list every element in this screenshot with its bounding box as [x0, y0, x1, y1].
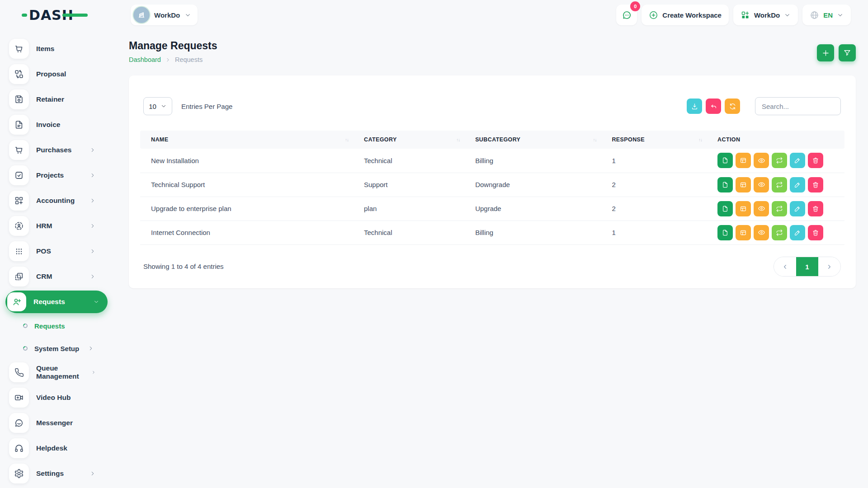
chevron-right-icon — [88, 345, 94, 352]
sort-icon[interactable]: ↑↓ — [698, 137, 707, 142]
sidebar-subitem-requests[interactable]: Requests — [5, 314, 108, 337]
cell-name: New Installation — [140, 149, 359, 173]
add-request-button[interactable] — [817, 44, 834, 61]
sidebar-item-requests[interactable]: Requests — [5, 291, 108, 313]
sort-icon[interactable]: ↑↓ — [456, 137, 464, 142]
sidebar-subitem-system-setup[interactable]: System Setup — [5, 337, 108, 360]
column-header-response[interactable]: RESPONSE↑↓ — [606, 131, 712, 149]
floppy-icon — [9, 89, 29, 109]
cart-icon — [9, 39, 29, 59]
entries-per-page-label: Entries Per Page — [181, 103, 232, 110]
file-action-button[interactable] — [717, 225, 733, 240]
table-action-button[interactable] — [736, 225, 751, 240]
edit-action-button[interactable] — [790, 225, 805, 240]
eye-icon — [758, 181, 765, 188]
sort-icon[interactable]: ↑↓ — [345, 137, 353, 142]
delete-action-button[interactable] — [808, 201, 823, 216]
convert-action-button[interactable] — [772, 201, 787, 216]
column-header-name[interactable]: NAME↑↓ — [140, 131, 359, 149]
edit-action-button[interactable] — [790, 153, 805, 168]
column-header-subcategory[interactable]: SUBCATEGORY↑↓ — [470, 131, 606, 149]
cell-subcategory: Billing — [470, 149, 606, 173]
repeat-icon — [776, 205, 783, 212]
edit-action-button[interactable] — [790, 201, 805, 216]
column-header-category[interactable]: CATEGORY↑↓ — [359, 131, 470, 149]
file-action-button[interactable] — [717, 153, 733, 168]
sidebar-item-items[interactable]: Items — [5, 36, 108, 61]
sidebar-item-messenger[interactable]: Messenger — [5, 410, 108, 436]
sidebar-item-helpdesk[interactable]: Helpdesk — [5, 436, 108, 461]
sidebar-item-crm[interactable]: CRM — [5, 264, 108, 289]
convert-action-button[interactable] — [772, 153, 787, 168]
delete-action-button[interactable] — [808, 225, 823, 240]
app-menu-label: WorkDo — [754, 11, 780, 19]
filter-button[interactable] — [839, 44, 856, 61]
prev-page-button[interactable] — [774, 257, 796, 277]
breadcrumb-dashboard-link[interactable]: Dashboard — [129, 56, 161, 63]
create-workspace-button[interactable]: Create Workspace — [642, 5, 729, 25]
view-action-button[interactable] — [754, 177, 769, 192]
sidebar-item-purchases[interactable]: Purchases — [5, 137, 108, 163]
view-action-button[interactable] — [754, 201, 769, 216]
sidebar-item-invoice[interactable]: Invoice — [5, 112, 108, 137]
file-icon — [722, 181, 729, 188]
chevron-right-icon — [90, 172, 96, 178]
delete-action-button[interactable] — [808, 153, 823, 168]
chevron-right-icon — [90, 248, 96, 254]
view-action-button[interactable] — [754, 153, 769, 168]
download-icon — [691, 103, 698, 110]
eye-icon — [758, 157, 765, 164]
edit-action-button[interactable] — [790, 177, 805, 192]
convert-action-button[interactable] — [772, 225, 787, 240]
brand-logo[interactable]: DASH — [29, 7, 88, 23]
table-action-button[interactable] — [736, 177, 751, 192]
language-selector[interactable]: EN — [802, 5, 851, 25]
sidebar-item-settings[interactable]: Settings — [5, 461, 108, 486]
app-menu-button[interactable]: WorkDo — [733, 5, 798, 25]
sidebar-item-accounting[interactable]: Accounting — [5, 188, 108, 213]
sidebar-item-hrm[interactable]: HRM — [5, 213, 108, 239]
trash-icon — [812, 181, 819, 188]
next-page-button[interactable] — [818, 257, 840, 277]
sidebar-item-queue-management[interactable]: Queue Management — [5, 360, 108, 385]
table-action-button[interactable] — [736, 201, 751, 216]
sidebar: Items Proposal Retainer Invoice Purchase… — [0, 30, 108, 488]
globe-icon — [810, 10, 819, 20]
check-square-icon — [9, 165, 29, 185]
workspace-name: WorkDo — [154, 11, 180, 19]
delete-action-button[interactable] — [808, 177, 823, 192]
chevron-left-icon — [782, 263, 788, 270]
sidebar-item-proposal[interactable]: Proposal — [5, 61, 108, 87]
table-row: New Installation Technical Billing 1 — [140, 149, 844, 173]
breadcrumb: Dashboard Requests — [129, 56, 217, 63]
sidebar-item-projects[interactable]: Projects — [5, 163, 108, 188]
eye-icon — [758, 205, 765, 212]
entries-per-page-select[interactable]: 10 — [143, 97, 172, 115]
convert-action-button[interactable] — [772, 177, 787, 192]
chevron-down-icon — [184, 12, 191, 19]
table-action-button[interactable] — [736, 153, 751, 168]
page-1-button[interactable]: 1 — [796, 257, 818, 277]
workspace-selector[interactable]: WorkDo — [131, 5, 198, 25]
sidebar-item-video-hub[interactable]: Video Hub — [5, 385, 108, 410]
refresh-button[interactable] — [725, 99, 740, 114]
cell-subcategory: Upgrade — [470, 197, 606, 221]
file-action-button[interactable] — [717, 177, 733, 192]
sidebar-item-pos[interactable]: POS — [5, 239, 108, 264]
sort-icon[interactable]: ↑↓ — [593, 137, 601, 142]
view-action-button[interactable] — [754, 225, 769, 240]
language-label: EN — [823, 11, 833, 19]
undo-button[interactable] — [706, 99, 721, 114]
cell-category: Technical — [359, 221, 470, 244]
export-button[interactable] — [687, 99, 702, 114]
table-footer: Showing 1 to 4 of 4 entries 1 — [140, 257, 844, 277]
cell-name: Internet Connection — [140, 221, 359, 244]
row-actions — [717, 201, 839, 216]
search-input[interactable] — [755, 97, 841, 115]
sidebar-item-retainer[interactable]: Retainer — [5, 87, 108, 112]
chevron-down-icon — [784, 12, 791, 19]
cell-response: 1 — [606, 221, 712, 244]
main-content: Manage Requests Dashboard Requests 10 En… — [108, 30, 868, 488]
messages-button[interactable]: 0 — [616, 5, 637, 25]
file-action-button[interactable] — [717, 201, 733, 216]
